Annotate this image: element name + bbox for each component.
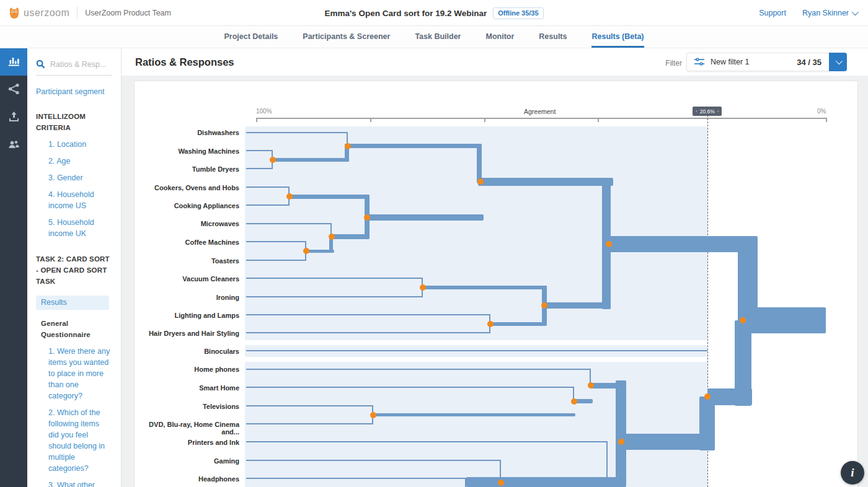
filter-label: Filter bbox=[665, 59, 682, 68]
userzoom-app: userzoom UserZoom Product Team Emma's Op… bbox=[0, 0, 868, 487]
team-name: UserZoom Product Team bbox=[85, 9, 171, 17]
share-icon bbox=[8, 83, 20, 97]
status-badge[interactable]: Offline 35/35 bbox=[493, 7, 543, 19]
sidebar-item-question[interactable]: 3. What other comments or suggestions do… bbox=[48, 480, 112, 487]
threshold-slider[interactable]: ‹20.6%› bbox=[693, 107, 722, 116]
chevron-down-icon bbox=[852, 9, 859, 15]
divider bbox=[77, 7, 78, 19]
threshold-left-arrow[interactable]: ‹ bbox=[696, 108, 698, 114]
threshold-value: 20.6% bbox=[700, 108, 715, 115]
sidebar-search[interactable] bbox=[36, 59, 112, 69]
criteria-list: 1. Location2. Age3. Gender4. Household i… bbox=[48, 139, 121, 239]
search-icon bbox=[36, 59, 45, 69]
info-button[interactable]: i bbox=[841, 461, 864, 485]
tab-results-beta-[interactable]: Results (Beta) bbox=[591, 26, 644, 48]
filter-count: 34 / 35 bbox=[797, 58, 822, 67]
question-list: 1. Were there any items you wanted to pl… bbox=[48, 346, 121, 487]
tab-project-details[interactable]: Project Details bbox=[224, 26, 278, 48]
top-bar: userzoom UserZoom Product Team Emma's Op… bbox=[0, 0, 868, 26]
sidebar-item-participant-segment[interactable]: Participant segment bbox=[36, 87, 112, 96]
task-heading: TASK 2: CARD SORT - OPEN CARD SORT TASK bbox=[36, 253, 114, 287]
bar-chart-icon bbox=[8, 55, 20, 69]
filter-dropdown-button[interactable] bbox=[829, 53, 847, 71]
rail-item-upload-icon[interactable] bbox=[0, 104, 27, 131]
sidebar-item-criteria[interactable]: 5. Household income UK bbox=[48, 217, 114, 239]
divider bbox=[36, 75, 112, 76]
sidebar-item-results-selected[interactable]: Results bbox=[36, 296, 109, 310]
upload-icon bbox=[8, 111, 20, 125]
threshold-right-arrow[interactable]: › bbox=[717, 108, 719, 114]
rail-item-users-icon[interactable] bbox=[0, 132, 27, 159]
tab-participants-screener[interactable]: Participants & Screener bbox=[303, 26, 390, 48]
rail-item-share-icon[interactable] bbox=[0, 76, 27, 103]
questionnaire-heading: General Questionnaire bbox=[41, 318, 110, 340]
logo-wordmark: userzoom bbox=[24, 7, 69, 19]
sliders-icon bbox=[694, 58, 704, 66]
search-input[interactable] bbox=[50, 60, 112, 69]
sidebar-item-question[interactable]: 1. Were there any items you wanted to pl… bbox=[48, 346, 112, 401]
sidebar-item-criteria[interactable]: 1. Location bbox=[48, 139, 114, 150]
tab-bar: Project DetailsParticipants & ScreenerTa… bbox=[0, 26, 868, 48]
sidebar-item-question[interactable]: 2. Which of the following items did you … bbox=[48, 407, 112, 474]
users-icon bbox=[8, 139, 20, 153]
rail-item-bar-chart-icon[interactable] bbox=[0, 48, 27, 76]
main-header: Ratios & Responses Filter New filter 1 3… bbox=[122, 48, 868, 76]
sidebar-item-criteria[interactable]: 3. Gender bbox=[48, 172, 114, 183]
icon-rail bbox=[0, 48, 27, 487]
userzoom-logo[interactable]: userzoom bbox=[9, 7, 69, 19]
user-menu[interactable]: Ryan Skinner bbox=[802, 9, 857, 17]
sidebar-item-criteria[interactable]: 2. Age bbox=[48, 156, 114, 167]
filter-name: New filter 1 bbox=[711, 58, 797, 66]
results-sidebar: Participant segment INTELLIZOOM CRITERIA… bbox=[27, 48, 122, 487]
dendrogram-card bbox=[134, 81, 858, 487]
project-title: Emma's Open Card sort for 19.2 Webinar bbox=[324, 9, 487, 18]
tab-monitor[interactable]: Monitor bbox=[485, 26, 514, 48]
owl-logo-icon bbox=[9, 7, 20, 19]
tab-task-builder[interactable]: Task Builder bbox=[415, 26, 461, 48]
sidebar-item-criteria[interactable]: 4. Household income US bbox=[48, 189, 114, 211]
support-link[interactable]: Support bbox=[759, 9, 786, 17]
chevron-down-icon bbox=[835, 58, 842, 64]
user-name: Ryan Skinner bbox=[802, 9, 849, 17]
page-title: Ratios & Responses bbox=[135, 56, 234, 68]
tab-results[interactable]: Results bbox=[539, 26, 567, 48]
criteria-heading: INTELLIZOOM CRITERIA bbox=[36, 111, 112, 133]
filter-selector[interactable]: New filter 1 34 / 35 bbox=[686, 53, 829, 71]
